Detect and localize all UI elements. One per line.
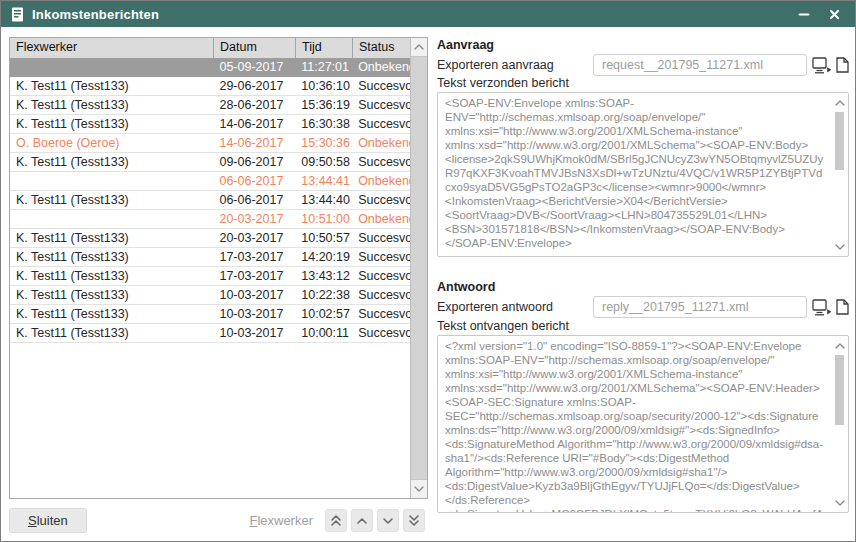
scroll-up-icon[interactable] (832, 338, 847, 353)
table-row[interactable]: K. Test11 (Tesst133)20-03-201710:50:57Su… (10, 229, 410, 248)
window-title: Inkomstenberichten (32, 7, 159, 22)
chevron-down-icon (383, 518, 393, 524)
table-row[interactable]: O. Boeroe (Oeroe)14-06-201715:30:36Onbek… (10, 134, 410, 153)
table-row[interactable]: K. Test11 (Tesst133)28-06-201715:36:19Su… (10, 96, 410, 115)
cell-status: Succesvol (352, 153, 410, 171)
cell-status: Succesvol (352, 248, 410, 266)
table-row[interactable]: K. Test11 (Tesst133)10-03-201710:00:11Su… (10, 324, 410, 343)
cell-flexwerker: K. Test11 (Tesst133) (10, 153, 213, 171)
chevrons-down-icon (409, 515, 419, 526)
cell-status: Succesvol (352, 286, 410, 304)
cell-tijd: 10:50:57 (295, 229, 352, 247)
cell-status: Onbekend LHN (352, 134, 410, 152)
cell-datum: 06-06-2017 (213, 172, 295, 190)
cell-status: Succesvol (352, 267, 410, 285)
scroll-up-icon[interactable] (832, 95, 847, 110)
cell-datum: 28-06-2017 (213, 96, 295, 114)
cell-flexwerker: K. Test11 (Tesst133) (10, 77, 213, 95)
cell-tijd: 09:50:58 (295, 153, 352, 171)
cell-datum: 10-03-2017 (213, 286, 295, 304)
cell-flexwerker: K. Test11 (Tesst133) (10, 96, 213, 114)
table-row[interactable]: K. Test11 (Tesst133)29-06-201710:36:10Su… (10, 77, 410, 96)
scrollbar-track[interactable] (411, 57, 427, 479)
new-document-icon[interactable] (836, 299, 849, 315)
column-header-status[interactable]: Status (353, 38, 411, 58)
table-row[interactable]: 06-06-201713:44:41Onbekend BSN (10, 172, 410, 191)
table-row[interactable]: K. Test11 (Tesst133)10-03-201710:02:57Su… (10, 305, 410, 324)
previous-record-button[interactable] (351, 509, 373, 532)
verzonden-scrollbar[interactable] (832, 94, 847, 255)
column-header-tijd[interactable]: Tijd (296, 38, 353, 58)
cell-datum: 20-03-2017 (213, 229, 295, 247)
close-button[interactable] (823, 4, 845, 24)
cell-flexwerker: K. Test11 (Tesst133) (10, 115, 213, 133)
cell-flexwerker: K. Test11 (Tesst133) (10, 248, 213, 266)
table-row[interactable]: K. Test11 (Tesst133)10-03-201710:22:38Su… (10, 286, 410, 305)
minimize-button[interactable] (793, 4, 815, 24)
cell-tijd: 10:36:10 (295, 77, 352, 95)
titlebar: Inkomstenberichten (1, 1, 855, 27)
flexwerker-nav: Flexwerker (249, 508, 425, 533)
next-record-button[interactable] (377, 509, 399, 532)
scroll-down-icon[interactable] (832, 495, 847, 510)
cell-tijd: 13:44:41 (295, 172, 352, 190)
export-aanvraag-row: Exporteren aanvraag (437, 53, 849, 77)
table-row[interactable]: 05-09-201711:27:01Onbekend BSN (10, 58, 410, 77)
first-record-button[interactable] (325, 509, 347, 532)
scrollbar-thumb[interactable] (835, 355, 844, 425)
ontvangen-bericht-text: <?xml version="1.0" encoding="ISO-8859-1… (445, 340, 823, 513)
table-row[interactable]: K. Test11 (Tesst133)14-06-201716:30:38Su… (10, 115, 410, 134)
cell-status: Succesvol (352, 305, 410, 323)
cell-flexwerker: K. Test11 (Tesst133) (10, 286, 213, 304)
ontvangen-scrollbar[interactable] (832, 337, 847, 511)
export-to-file-icon[interactable] (812, 57, 833, 74)
cell-datum: 14-06-2017 (213, 115, 295, 133)
table-row[interactable]: K. Test11 (Tesst133)09-06-201709:50:58Su… (10, 153, 410, 172)
ontvangen-bericht-box[interactable]: <?xml version="1.0" encoding="ISO-8859-1… (437, 335, 849, 513)
aanvraag-heading: Aanvraag (437, 38, 494, 52)
exporteren-antwoord-input[interactable] (593, 296, 807, 318)
cell-tijd: 11:27:01 (295, 58, 352, 76)
cell-tijd: 15:36:19 (295, 96, 352, 114)
table-row[interactable]: K. Test11 (Tesst133)17-03-201713:43:12Su… (10, 267, 410, 286)
inkomstenberichten-window: Inkomstenberichten Flexwerker Datum Tijd… (0, 0, 856, 542)
new-document-icon[interactable] (836, 57, 849, 73)
cell-flexwerker (10, 58, 213, 76)
antwoord-heading: Antwoord (437, 280, 495, 294)
sluiten-button-accel: S (28, 513, 37, 528)
table-header: Flexwerker Datum Tijd Status (10, 38, 427, 59)
exporteren-aanvraag-label: Exporteren aanvraag (437, 58, 593, 72)
export-to-file-icon[interactable] (812, 299, 833, 316)
cell-flexwerker (10, 210, 213, 228)
cell-tijd: 10:22:38 (295, 286, 352, 304)
cell-datum: 06-06-2017 (213, 191, 295, 209)
scroll-down-icon[interactable] (411, 479, 427, 498)
scroll-up-icon[interactable] (411, 38, 427, 57)
cell-tijd: 13:43:12 (295, 267, 352, 285)
cell-flexwerker: K. Test11 (Tesst133) (10, 191, 213, 209)
export-antwoord-row: Exporteren antwoord (437, 295, 849, 319)
inkomstenberichten-table: Flexwerker Datum Tijd Status 05-09-20171… (9, 37, 428, 499)
table-scrollbar[interactable] (410, 38, 427, 498)
cell-tijd: 16:30:38 (295, 115, 352, 133)
chevrons-up-icon (331, 515, 341, 526)
exporteren-aanvraag-input[interactable] (593, 54, 807, 76)
sluiten-button[interactable]: Sluiten (9, 508, 87, 533)
column-header-datum[interactable]: Datum (214, 38, 296, 58)
scrollbar-thumb[interactable] (835, 112, 844, 170)
cell-flexwerker: K. Test11 (Tesst133) (10, 324, 213, 342)
table-row[interactable]: 20-03-201710:51:00Onbekend BSN (10, 210, 410, 229)
cell-datum: 29-06-2017 (213, 77, 295, 95)
cell-status: Succesvol (352, 229, 410, 247)
verzonden-bericht-box[interactable]: <SOAP-ENV:Envelope xmlns:SOAP-ENV="http:… (437, 92, 849, 257)
table-row[interactable]: K. Test11 (Tesst133)17-03-201714:20:19Su… (10, 248, 410, 267)
cell-tijd: 14:20:19 (295, 248, 352, 266)
last-record-button[interactable] (403, 509, 425, 532)
scroll-down-icon[interactable] (832, 239, 847, 254)
column-header-flexwerker[interactable]: Flexwerker (10, 38, 214, 58)
tekst-ontvangen-bericht-label: Tekst ontvangen bericht (437, 319, 569, 333)
cell-tijd: 10:51:00 (295, 210, 352, 228)
table-row[interactable]: K. Test11 (Tesst133)06-06-201713:44:40Su… (10, 191, 410, 210)
cell-flexwerker: K. Test11 (Tesst133) (10, 305, 213, 323)
cell-datum: 20-03-2017 (213, 210, 295, 228)
